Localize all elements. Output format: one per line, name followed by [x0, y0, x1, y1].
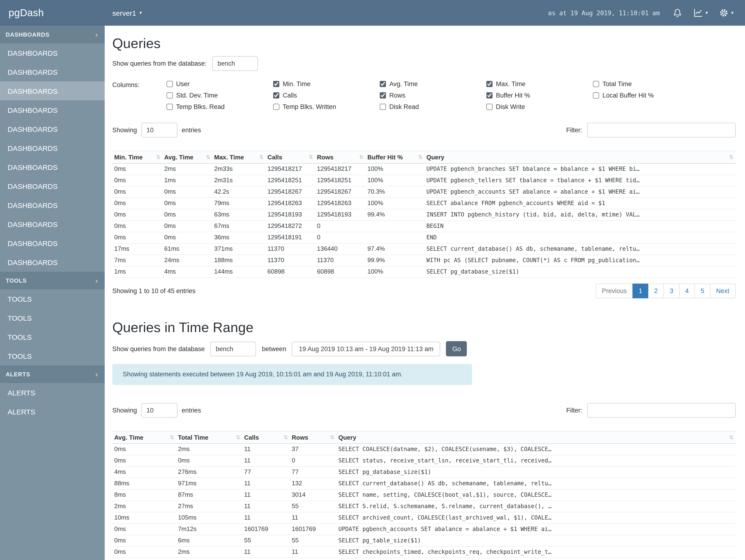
column-checkbox[interactable] — [273, 81, 279, 87]
pagination-page[interactable]: 1 — [633, 284, 648, 298]
sidebar-item[interactable]: ALERTS — [0, 402, 105, 421]
column-checkbox-option[interactable]: Max. Time — [486, 80, 593, 88]
server-selector[interactable]: server1 ▾ — [112, 9, 142, 17]
sidebar-item[interactable]: TOOLS — [0, 347, 105, 365]
column-header[interactable]: Calls⇅ — [242, 431, 290, 444]
column-header[interactable]: Min. Time⇅ — [112, 151, 162, 163]
database-input[interactable] — [210, 341, 256, 356]
sidebar-item[interactable]: DASHBOARDS — [0, 43, 105, 62]
date-range-input[interactable] — [292, 341, 441, 356]
column-header[interactable]: Rows⇅ — [315, 151, 365, 163]
column-checkbox-option[interactable]: Total Time — [593, 80, 700, 88]
sidebar-item[interactable]: DASHBOARDS — [0, 253, 105, 272]
query-link[interactable]: SELECT checkpoints_timed, checkpoints_re… — [336, 547, 736, 558]
column-checkbox-option[interactable]: Temp Blks. Written — [273, 103, 380, 110]
query-link[interactable]: UPDATE pgbench_accounts SET abalance = a… — [424, 186, 736, 198]
column-checkbox-option[interactable]: Rows — [380, 92, 486, 99]
sidebar-item[interactable]: DASHBOARDS — [0, 234, 105, 253]
column-checkbox[interactable] — [273, 104, 279, 110]
query-link[interactable]: SELECT current_database() AS db, scheman… — [424, 243, 736, 255]
query-link[interactable]: END — [424, 232, 736, 243]
column-checkbox[interactable] — [167, 104, 173, 110]
column-header[interactable]: Max. Time⇅ — [212, 151, 265, 163]
sidebar-item[interactable]: DASHBOARDS — [0, 196, 105, 215]
query-link[interactable]: UPDATE pgbench_branches SET bbalance = b… — [424, 163, 736, 175]
query-link[interactable]: SELECT pg_table_size($1) — [336, 535, 736, 547]
column-checkbox[interactable] — [593, 92, 599, 98]
sidebar-item[interactable]: TOOLS — [0, 308, 105, 327]
query-link[interactable]: SELECT S.relid, S.schemaname, S.relname,… — [336, 501, 736, 512]
column-checkbox[interactable] — [273, 92, 279, 98]
column-checkbox-option[interactable]: Buffer Hit % — [486, 92, 593, 99]
pagination-previous[interactable]: Previous — [595, 284, 633, 298]
sidebar-section-header[interactable]: TOOLS › — [0, 272, 105, 289]
filter-input[interactable] — [587, 123, 736, 137]
column-checkbox-option[interactable]: Local Buffer Hit % — [593, 92, 700, 99]
database-input[interactable] — [212, 56, 258, 71]
pagination-page[interactable]: 5 — [694, 284, 710, 298]
query-link[interactable]: UPDATE pgbench_accounts SET abalance = a… — [336, 524, 736, 535]
query-link[interactable]: SELECT current_database() AS db, scheman… — [336, 478, 736, 489]
query-link[interactable]: WITH pc AS (SELECT pubname, COUNT(*) AS … — [424, 255, 736, 266]
pagination-page[interactable]: 2 — [648, 284, 664, 298]
sidebar-item[interactable]: DASHBOARDS — [0, 215, 105, 234]
query-link[interactable]: SELECT pg_database_size($1) — [336, 466, 736, 478]
column-checkbox-option[interactable]: Avg. Time — [380, 80, 486, 88]
page-size-input[interactable] — [141, 403, 177, 418]
pagination-next[interactable]: Next — [710, 284, 736, 298]
sidebar-section-header[interactable]: DASHBOARDS › — [0, 26, 105, 43]
sidebar-item[interactable]: DASHBOARDS — [0, 62, 105, 81]
query-link[interactable]: SELECT COALESCE(datname, $2), COALESCE(u… — [336, 444, 736, 455]
sidebar-item[interactable]: TOOLS — [0, 327, 105, 347]
query-link[interactable]: UPDATE pgbench_tellers SET tbalance = tb… — [424, 175, 736, 186]
query-link[interactable]: BEGIN — [424, 221, 736, 232]
column-checkbox-option[interactable]: Min. Time — [273, 80, 380, 88]
column-header[interactable]: Avg. Time⇅ — [162, 151, 212, 163]
column-checkbox-option[interactable]: User — [167, 80, 273, 88]
sidebar-item[interactable]: DASHBOARDS — [0, 138, 105, 158]
column-header[interactable]: Query⇅ — [336, 431, 736, 444]
notifications-button[interactable] — [673, 8, 682, 18]
page-size-input[interactable] — [141, 123, 177, 137]
sidebar-item[interactable]: DASHBOARDS — [0, 120, 105, 138]
sidebar-item[interactable]: DASHBOARDS — [0, 176, 105, 196]
query-link[interactable]: SELECT name, setting, COALESCE(boot_val,… — [336, 489, 736, 501]
query-link[interactable]: SELECT pg_database_size($1) — [424, 266, 736, 277]
query-link[interactable]: SELECT status, receive_start_lsn, receiv… — [336, 455, 736, 466]
column-checkbox-option[interactable]: Disk Write — [486, 103, 593, 110]
column-checkbox[interactable] — [380, 81, 386, 87]
sidebar-item[interactable]: TOOLS — [0, 289, 105, 308]
column-checkbox-option[interactable]: Disk Read — [380, 103, 486, 110]
sidebar-item[interactable]: DASHBOARDS — [0, 100, 105, 120]
pagination-page[interactable]: 3 — [663, 284, 679, 298]
column-checkbox[interactable] — [486, 92, 492, 98]
query-link[interactable]: INSERT INTO pgbench_history (tid, bid, a… — [424, 209, 736, 221]
column-header[interactable]: Query⇅ — [424, 151, 736, 163]
sidebar-item[interactable]: DASHBOARDS — [0, 81, 105, 100]
go-button[interactable]: Go — [446, 341, 467, 356]
column-header[interactable]: Rows⇅ — [290, 431, 336, 444]
column-checkbox[interactable] — [167, 81, 173, 87]
charts-menu-button[interactable]: ▾ — [693, 8, 708, 18]
pagination-page[interactable]: 4 — [679, 284, 695, 298]
column-checkbox[interactable] — [380, 92, 386, 98]
column-checkbox[interactable] — [380, 104, 386, 110]
column-checkbox[interactable] — [486, 81, 492, 87]
column-checkbox[interactable] — [593, 81, 599, 87]
column-header[interactable]: Total Time⇅ — [176, 431, 242, 444]
settings-menu-button[interactable]: ▾ — [719, 8, 734, 18]
filter-input[interactable] — [587, 403, 736, 418]
sidebar-item[interactable]: DASHBOARDS — [0, 158, 105, 176]
column-checkbox-option[interactable]: Temp Blks. Read — [167, 103, 273, 110]
column-header[interactable]: Avg. Time⇅ — [112, 431, 176, 444]
query-link[interactable]: SELECT abalance FROM pgbench_accounts WH… — [424, 198, 736, 209]
column-checkbox[interactable] — [167, 92, 173, 98]
sidebar-item[interactable]: ALERTS — [0, 383, 105, 402]
column-checkbox-option[interactable]: Std. Dev. Time — [167, 92, 273, 99]
sidebar-section-header[interactable]: ALERTS › — [0, 365, 105, 383]
query-link[interactable]: SELECT archived_count, COALESCE(last_arc… — [336, 512, 736, 524]
brand-logo[interactable]: pgDash — [0, 7, 105, 19]
column-checkbox-option[interactable]: Calls — [273, 92, 380, 99]
column-checkbox[interactable] — [486, 104, 492, 110]
column-header[interactable]: Buffer Hit %⇅ — [365, 151, 424, 163]
